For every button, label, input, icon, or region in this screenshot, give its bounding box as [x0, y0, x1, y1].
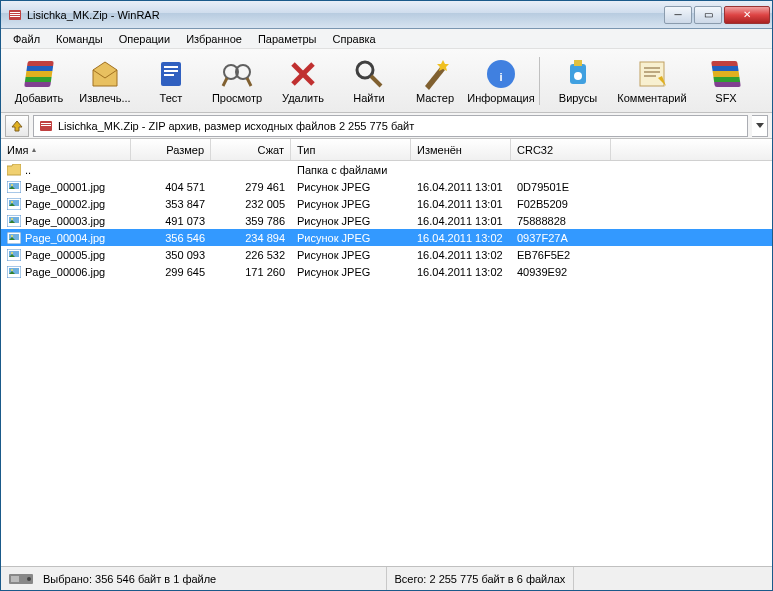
col-modified[interactable]: Изменён [411, 139, 511, 160]
address-field[interactable]: Lisichka_MK.Zip - ZIP архив, размер исхо… [33, 115, 748, 137]
file-row[interactable]: Page_00005.jpg350 093226 532Рисунок JPEG… [1, 246, 772, 263]
sfx-button[interactable]: SFX [694, 52, 758, 110]
sfx-icon [710, 58, 742, 90]
chevron-down-icon [756, 123, 764, 129]
close-button[interactable]: ✕ [724, 6, 770, 24]
virus-icon [562, 58, 594, 90]
image-file-icon [7, 249, 21, 261]
extract-icon [89, 58, 121, 90]
minimize-button[interactable]: ─ [664, 6, 692, 24]
virus-button[interactable]: Вирусы [546, 52, 610, 110]
svg-point-40 [11, 235, 13, 237]
svg-rect-27 [41, 123, 51, 124]
wizard-icon [419, 58, 451, 90]
svg-point-21 [574, 72, 582, 80]
status-total: Всего: 2 255 775 байт в 6 файлах [387, 567, 575, 590]
svg-rect-28 [41, 125, 51, 126]
col-size[interactable]: Размер [131, 139, 211, 160]
menu-help[interactable]: Справка [325, 31, 384, 47]
svg-line-10 [223, 78, 227, 86]
find-icon [353, 58, 385, 90]
test-button[interactable]: Тест [139, 52, 203, 110]
svg-rect-6 [164, 70, 178, 72]
svg-point-43 [11, 252, 13, 254]
svg-rect-5 [164, 66, 178, 68]
svg-point-31 [11, 184, 13, 186]
test-icon [155, 58, 187, 90]
file-row[interactable]: Page_00001.jpg404 571279 461Рисунок JPEG… [1, 178, 772, 195]
col-crc[interactable]: CRC32 [511, 139, 611, 160]
menubar: Файл Команды Операции Избранное Параметр… [1, 29, 772, 49]
svg-point-49 [27, 577, 31, 581]
parent-folder-row[interactable]: .. Папка с файлами [1, 161, 772, 178]
svg-rect-7 [164, 74, 174, 76]
wizard-button[interactable]: Мастер [403, 52, 467, 110]
up-button[interactable] [5, 115, 29, 137]
svg-rect-20 [574, 60, 582, 66]
menu-favorites[interactable]: Избранное [178, 31, 250, 47]
comment-icon [636, 58, 668, 90]
col-type[interactable]: Тип [291, 139, 411, 160]
address-text: Lisichka_MK.Zip - ZIP архив, размер исхо… [58, 120, 414, 132]
comment-button[interactable]: Комментарий [612, 52, 692, 110]
view-icon [221, 58, 253, 90]
svg-rect-22 [640, 62, 664, 86]
svg-line-11 [247, 78, 251, 86]
add-button[interactable]: Добавить [7, 52, 71, 110]
svg-rect-1 [10, 12, 20, 13]
folder-icon [7, 164, 21, 176]
app-icon [7, 7, 23, 23]
col-name[interactable]: Имя [1, 139, 131, 160]
menu-file[interactable]: Файл [5, 31, 48, 47]
svg-text:i: i [499, 71, 502, 83]
svg-rect-3 [10, 16, 20, 17]
maximize-button[interactable]: ▭ [694, 6, 722, 24]
up-arrow-icon [10, 119, 24, 133]
svg-point-46 [11, 269, 13, 271]
delete-icon [287, 58, 319, 90]
col-packed[interactable]: Сжат [211, 139, 291, 160]
svg-point-14 [357, 62, 373, 78]
statusbar: Выбрано: 356 546 байт в 1 файле Всего: 2… [1, 566, 772, 590]
file-row[interactable]: Page_00004.jpg356 546234 894Рисунок JPEG… [1, 229, 772, 246]
file-list[interactable]: .. Папка с файлами Page_00001.jpg404 571… [1, 161, 772, 566]
titlebar[interactable]: Lisichka_MK.Zip - WinRAR ─ ▭ ✕ [1, 1, 772, 29]
menu-parameters[interactable]: Параметры [250, 31, 325, 47]
svg-point-34 [11, 201, 13, 203]
archive-icon [38, 118, 54, 134]
file-row[interactable]: Page_00006.jpg299 645171 260Рисунок JPEG… [1, 263, 772, 280]
image-file-icon [7, 181, 21, 193]
column-headers: Имя Размер Сжат Тип Изменён CRC32 [1, 139, 772, 161]
info-button[interactable]: i Информация [469, 52, 533, 110]
add-icon [23, 58, 55, 90]
toolbar-separator [539, 57, 540, 105]
image-file-icon [7, 232, 21, 244]
delete-button[interactable]: Удалить [271, 52, 335, 110]
view-button[interactable]: Просмотр [205, 52, 269, 110]
svg-point-37 [11, 218, 13, 220]
addressbar: Lisichka_MK.Zip - ZIP архив, размер исхо… [1, 113, 772, 139]
toolbar: Добавить Извлечь... Тест Просмотр Удалит… [1, 49, 772, 113]
address-dropdown[interactable] [752, 115, 768, 137]
disk-icon [9, 572, 37, 586]
file-row[interactable]: Page_00003.jpg491 073359 786Рисунок JPEG… [1, 212, 772, 229]
find-button[interactable]: Найти [337, 52, 401, 110]
svg-line-15 [371, 76, 381, 86]
svg-rect-2 [10, 14, 20, 15]
menu-operations[interactable]: Операции [111, 31, 178, 47]
window-title: Lisichka_MK.Zip - WinRAR [27, 9, 662, 21]
extract-button[interactable]: Извлечь... [73, 52, 137, 110]
file-row[interactable]: Page_00002.jpg353 847232 005Рисунок JPEG… [1, 195, 772, 212]
image-file-icon [7, 215, 21, 227]
image-file-icon [7, 198, 21, 210]
info-icon: i [485, 58, 517, 90]
menu-commands[interactable]: Команды [48, 31, 111, 47]
status-selected: Выбрано: 356 546 байт в 1 файле [1, 567, 387, 590]
svg-rect-48 [11, 576, 19, 582]
winrar-window: Lisichka_MK.Zip - WinRAR ─ ▭ ✕ Файл Кома… [0, 0, 773, 591]
image-file-icon [7, 266, 21, 278]
